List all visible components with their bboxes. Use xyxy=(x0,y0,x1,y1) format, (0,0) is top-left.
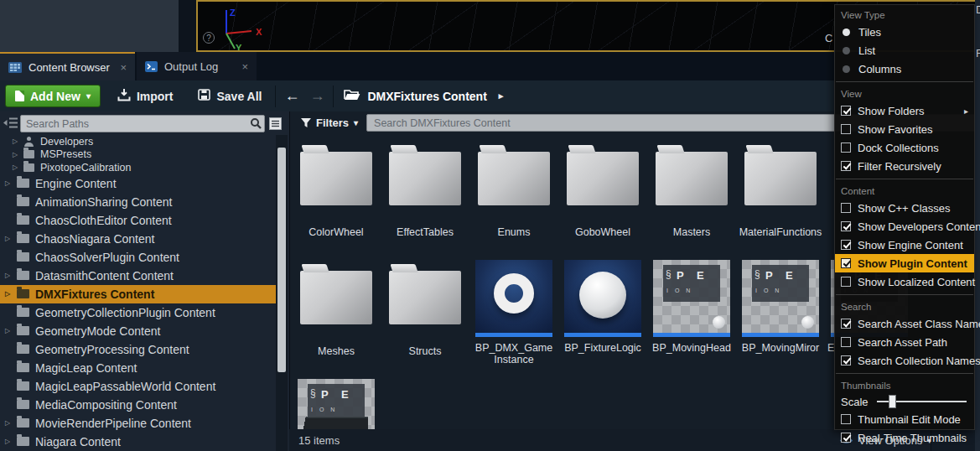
tree-item-geometryprocessing[interactable]: GeometryProcessing Content xyxy=(0,340,276,359)
menu-item-show-localized-content[interactable]: Show Localized Content xyxy=(835,272,974,291)
tree-item-datasmithcontent[interactable]: ▷DatasmithContent Content xyxy=(0,267,276,285)
tree-item-chaossolverplugin[interactable]: ChaosSolverPlugin Content xyxy=(0,248,276,267)
folder-icon xyxy=(23,150,34,158)
add-new-button[interactable]: Add New ▾ xyxy=(5,85,101,107)
collapse-sources-icon[interactable] xyxy=(3,117,18,132)
menu-item-show-engine-content[interactable]: Show Engine Content xyxy=(835,236,974,254)
torus-graphic xyxy=(494,273,534,314)
tree-item-label: ChaosClothEditor Content xyxy=(35,214,172,227)
expand-arrow-icon[interactable]: ▷ xyxy=(5,290,16,298)
import-button[interactable]: Import xyxy=(107,80,184,111)
menu-item-show-plugin-content[interactable]: Show Plugin Content xyxy=(835,254,974,272)
folder-icon xyxy=(300,152,372,205)
thumbnail-scale-slider[interactable] xyxy=(877,401,967,402)
tree-item-chaosniagara[interactable]: ▷ChaosNiagara Content xyxy=(0,230,276,248)
expand-arrow-icon[interactable]: ▷ xyxy=(5,327,16,334)
import-icon xyxy=(117,89,131,104)
menu-divider xyxy=(836,179,973,179)
forward-button[interactable]: → xyxy=(304,87,329,105)
output-log-icon xyxy=(145,61,158,72)
tab-content-browser[interactable]: Content Browser × xyxy=(0,52,135,80)
slider-thumb[interactable] xyxy=(889,395,896,408)
checkbox-checked-icon xyxy=(841,355,851,365)
tree-item-mediacompositing[interactable]: MediaCompositing Content xyxy=(0,396,276,414)
breadcrumb-label: DMXFixtures Content xyxy=(367,90,486,103)
blueprint-color-bar xyxy=(653,333,730,337)
folder-tile-gobowheel[interactable]: GoboWheel xyxy=(558,141,647,238)
asset-tile-bp-movinghead[interactable]: §P EI O N BP_MovingHead xyxy=(647,260,736,354)
tab-output-log[interactable]: Output Log × xyxy=(137,52,257,80)
save-all-button[interactable]: Save All xyxy=(188,80,272,111)
expand-arrow-icon[interactable]: ▷ xyxy=(5,419,16,427)
filters-button[interactable]: Filters ▾ xyxy=(290,117,366,129)
tree-item-chaosclotheditor[interactable]: ChaosClothEditor Content xyxy=(0,211,276,230)
tree-item-niagara[interactable]: ▷Niagara Content xyxy=(0,433,276,451)
tree-item-magicleap[interactable]: MagicLeap Content xyxy=(0,359,276,377)
toolbar-separator xyxy=(275,86,276,107)
folder-tile-colorwheel[interactable]: ColorWheel xyxy=(292,141,381,238)
menu-item-search-collection-names[interactable]: Search Collection Names xyxy=(835,351,974,370)
folder-tile-enums[interactable]: Enums xyxy=(469,141,558,238)
tree-item-label: MovieRenderPipeline Content xyxy=(35,417,191,430)
tree-item-developers[interactable]: ▷Developers xyxy=(0,135,276,148)
menu-section-title: View xyxy=(835,86,974,101)
tile-label: BP_DMX_GameInstance xyxy=(475,342,552,365)
tree-item-label: MagicLeap Content xyxy=(35,361,137,375)
tree-scrollbar[interactable] xyxy=(276,135,288,451)
expand-arrow-icon[interactable]: ▷ xyxy=(5,438,16,445)
tree-item-label: Developers xyxy=(40,136,93,148)
content-browser-icon xyxy=(8,62,22,73)
asset-tile-clipped[interactable]: §P EI O N xyxy=(292,379,381,429)
folder-tile-structs[interactable]: Structs xyxy=(381,260,469,357)
menu-item-columns[interactable]: Columns xyxy=(835,60,974,78)
menu-item-list[interactable]: List xyxy=(835,41,974,60)
folder-tile-materialfunctions[interactable]: MaterialFunctions xyxy=(736,141,825,238)
tree-item-animationsharing[interactable]: AnimationSharing Content xyxy=(0,193,276,211)
menu-item-show-cpp-classes[interactable]: Show C++ Classes xyxy=(835,199,974,217)
asset-tile-bp-fixturelogic[interactable]: BP_FixtureLogic xyxy=(558,260,647,354)
asset-tile-bp-movingmiror[interactable]: §P EI O N BP_MovingMiror xyxy=(736,260,825,354)
expand-arrow-icon[interactable]: ▷ xyxy=(5,179,16,187)
menu-item-show-favorites[interactable]: Show Favorites xyxy=(835,120,974,138)
menu-item-show-folders[interactable]: Show Folders▸ xyxy=(835,101,974,120)
tree-item-dmxfixtures-selected[interactable]: ▷DMXFixtures Content xyxy=(0,285,276,303)
expand-arrow-icon[interactable]: ▷ xyxy=(5,272,16,279)
tree-item-magicleappassableworld[interactable]: MagicLeapPassableWorld Content xyxy=(0,377,276,396)
folder-icon xyxy=(744,152,817,205)
close-tab-icon[interactable]: × xyxy=(233,60,248,73)
back-button[interactable]: ← xyxy=(279,87,304,105)
folder-tile-effecttables[interactable]: EffectTables xyxy=(381,141,469,238)
menu-item-filter-recursively[interactable]: Filter Recursively xyxy=(835,157,974,175)
axis-x-label: X xyxy=(256,27,262,37)
breadcrumb[interactable]: DMXFixtures Content ▸ xyxy=(344,89,503,103)
checkbox-unchecked-icon xyxy=(841,143,851,153)
menu-item-dock-collections[interactable]: Dock Collections xyxy=(835,138,974,157)
tree-item-geometrymode[interactable]: ▷GeometryMode Content xyxy=(0,322,276,340)
tree-item-engine-content[interactable]: ▷Engine Content xyxy=(0,174,276,193)
menu-item-tiles[interactable]: Tiles xyxy=(835,23,974,41)
menu-item-search-asset-class-names[interactable]: Search Asset Class Names xyxy=(835,314,974,333)
search-paths-input[interactable] xyxy=(20,115,265,132)
logo-glyph: § xyxy=(666,268,671,280)
menu-item-thumbnail-edit-mode[interactable]: Thumbnail Edit Mode xyxy=(835,410,974,428)
asset-tile-bp-dmx-gameinstance[interactable]: BP_DMX_GameInstance xyxy=(469,260,558,365)
expand-arrow-icon[interactable]: ▷ xyxy=(13,137,23,145)
expand-arrow-icon[interactable]: ▷ xyxy=(13,151,23,158)
sources-view-options-button[interactable] xyxy=(269,117,282,133)
expand-arrow-icon[interactable]: ▷ xyxy=(5,235,16,242)
tile-label: Structs xyxy=(409,345,442,357)
folder-tile-masters[interactable]: Masters xyxy=(647,141,736,238)
tree-item-label: PixotopeCalibration xyxy=(40,162,131,174)
close-tab-icon[interactable]: × xyxy=(111,61,127,74)
tab-label: Output Log xyxy=(164,60,218,73)
menu-item-search-asset-path[interactable]: Search Asset Path xyxy=(835,333,974,351)
scrollbar-thumb[interactable] xyxy=(277,148,286,372)
tree-item-movierenderpipeline[interactable]: ▷MovieRenderPipeline Content xyxy=(0,414,276,433)
tree-item-pixotopecalibration[interactable]: ▷PixotopeCalibration xyxy=(0,161,276,174)
menu-item-realtime-thumbnails[interactable]: Real-Time Thumbnails xyxy=(835,428,974,447)
tree-item-mspresets[interactable]: ▷MSPresets xyxy=(0,148,276,162)
tree-item-geometrycollectionplugin[interactable]: GeometryCollectionPlugin Content xyxy=(0,303,276,322)
menu-item-show-developers-content[interactable]: Show Developers Content xyxy=(835,217,974,236)
expand-arrow-icon[interactable]: ▷ xyxy=(13,163,23,171)
folder-tile-meshes[interactable]: Meshes xyxy=(292,260,381,357)
